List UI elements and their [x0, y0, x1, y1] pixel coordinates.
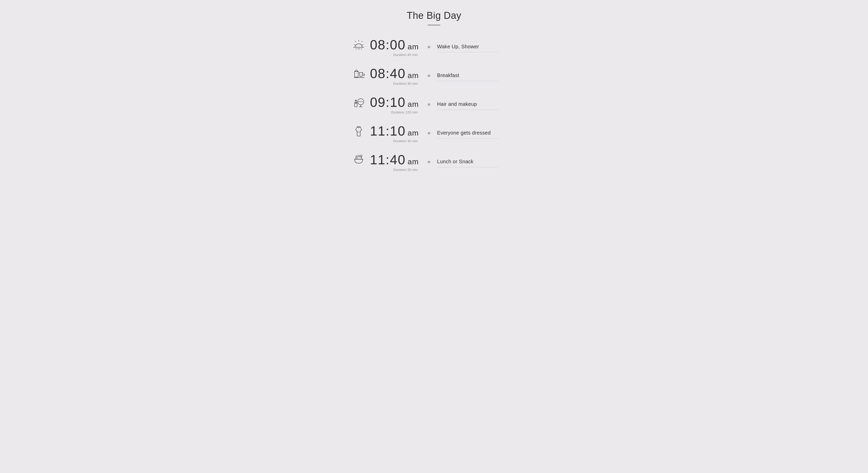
time-hm-dressed: 11:10	[370, 124, 405, 137]
timeline-dot-breakfast	[428, 74, 430, 77]
icon-time-row-hair-makeup: 09:10 am	[352, 96, 419, 109]
duration-label-wake-up: Duration 40 min	[393, 53, 419, 57]
center-line-lunch	[426, 153, 431, 163]
event-title-wake-up: Wake Up, Shower	[437, 44, 523, 50]
left-section-lunch: 11:40 am Duration 20 min	[345, 153, 426, 172]
right-section-dressed: Everyone gets dressed	[431, 124, 523, 138]
duration-label-breakfast: Duration 30 min	[393, 82, 419, 86]
time-ampm-dressed: am	[407, 129, 419, 137]
time-ampm-wake-up: am	[407, 42, 419, 51]
time-display-hair-makeup: 09:10 am	[370, 96, 419, 109]
icon-time-row-breakfast: 08:40 am	[352, 67, 419, 80]
center-line-breakfast	[426, 67, 431, 78]
timeline-dot-wake-up	[428, 46, 430, 48]
time-hm-breakfast: 08:40	[370, 67, 405, 80]
left-section-breakfast: 08:40 am Duration 30 min	[345, 67, 426, 86]
time-display-breakfast: 08:40 am	[370, 67, 419, 80]
event-title-breakfast: Breakfast	[437, 72, 523, 78]
timeline-dot-hair-makeup	[428, 103, 430, 106]
timeline-item-breakfast: 08:40 am Duration 30 min Breakfast	[345, 67, 523, 96]
sunrise-icon	[352, 38, 365, 51]
svg-line-20	[355, 156, 356, 159]
event-title-lunch: Lunch or Snack	[437, 159, 523, 164]
time-hm-wake-up: 08:00	[370, 38, 405, 51]
timeline-item-hair-makeup: 09:10 am Duration 120 min Hair and makeu…	[345, 96, 523, 124]
duration-label-hair-makeup: Duration 120 min	[391, 111, 419, 114]
duration-label-dressed: Duration 30 min	[393, 139, 419, 143]
left-section-wake-up: 08:00 am Duration 40 min	[345, 38, 426, 57]
right-divider-hair-makeup	[437, 109, 498, 110]
time-display-wake-up: 08:00 am	[370, 38, 419, 51]
makeup-icon	[352, 96, 365, 109]
breakfast-icon	[352, 67, 365, 80]
svg-rect-9	[354, 71, 358, 77]
timeline-item-wake-up: 08:00 am Duration 40 min Wake Up, Shower	[345, 38, 523, 67]
time-display-dressed: 11:10 am	[370, 124, 419, 137]
time-ampm-breakfast: am	[407, 71, 419, 80]
page-title: The Big Day	[407, 10, 462, 21]
timeline-dot-dressed	[428, 132, 430, 134]
food-icon	[352, 153, 365, 166]
center-line-wake-up	[426, 38, 431, 49]
icon-time-row-lunch: 11:40 am	[352, 153, 419, 166]
left-section-dressed: 11:10 am Duration 30 min	[345, 124, 426, 143]
title-divider	[428, 25, 440, 25]
event-title-dressed: Everyone gets dressed	[437, 130, 523, 136]
center-line-hair-makeup	[426, 96, 431, 107]
svg-line-21	[357, 156, 357, 159]
svg-line-3	[355, 41, 356, 42]
right-section-breakfast: Breakfast	[431, 67, 523, 81]
time-ampm-lunch: am	[407, 157, 419, 166]
time-hm-hair-makeup: 09:10	[370, 96, 405, 109]
event-title-hair-makeup: Hair and makeup	[437, 101, 523, 107]
svg-line-1	[362, 41, 363, 42]
time-ampm-hair-makeup: am	[407, 100, 419, 108]
right-divider-lunch	[437, 167, 498, 167]
center-line-dressed	[426, 124, 431, 135]
left-section-hair-makeup: 09:10 am Duration 120 min	[345, 96, 426, 114]
timeline: 08:00 am Duration 40 min Wake Up, Shower	[345, 38, 523, 182]
dress-icon	[352, 124, 365, 137]
time-hm-lunch: 11:40	[370, 153, 405, 166]
right-section-wake-up: Wake Up, Shower	[431, 38, 523, 52]
time-display-lunch: 11:40 am	[370, 153, 419, 166]
timeline-item-lunch: 11:40 am Duration 20 min Lunch or Snack	[345, 153, 523, 182]
svg-marker-10	[354, 70, 358, 71]
right-divider-breakfast	[437, 81, 498, 81]
timeline-item-dressed: 11:10 am Duration 30 min Everyone gets d…	[345, 124, 523, 153]
icon-time-row-dressed: 11:10 am	[352, 124, 419, 137]
right-section-hair-makeup: Hair and makeup	[431, 96, 523, 110]
icon-time-row-wake-up: 08:00 am	[352, 38, 419, 51]
duration-label-lunch: Duration 20 min	[393, 168, 419, 172]
right-section-lunch: Lunch or Snack	[431, 153, 523, 167]
timeline-dot-lunch	[428, 161, 430, 163]
